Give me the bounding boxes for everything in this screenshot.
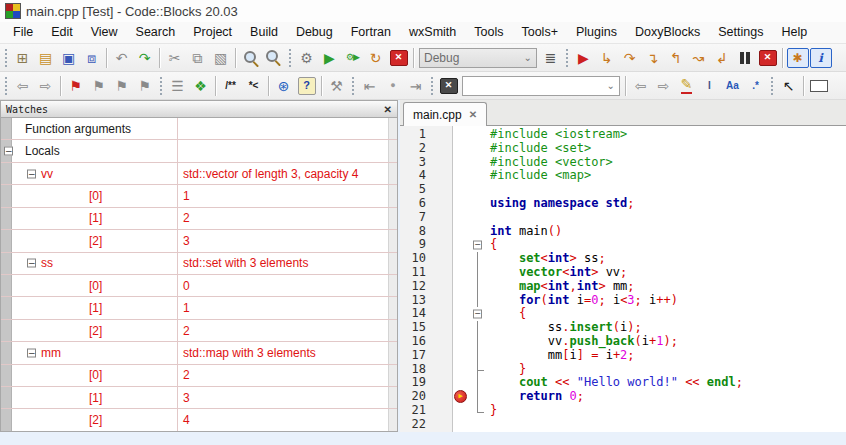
watch-row[interactable]: −Locals — [1, 140, 397, 162]
jump-forward-button[interactable]: ⇥ — [404, 74, 427, 98]
breakpoint-margin[interactable] — [452, 376, 470, 390]
pointer-tool-button[interactable]: ↖ — [777, 74, 800, 98]
save-all-button[interactable]: ⧈ — [80, 46, 103, 70]
comment-line-button[interactable]: *< — [242, 74, 265, 98]
breakpoint-margin[interactable] — [452, 142, 470, 156]
menu-view[interactable]: View — [82, 22, 127, 44]
rebuild-button[interactable]: ↻ — [364, 46, 387, 70]
menu-fortran[interactable]: Fortran — [342, 22, 400, 44]
breakpoint-margin[interactable] — [452, 252, 470, 266]
toolbar-grip[interactable] — [5, 77, 7, 95]
clear-bookmarks-button[interactable]: ⚑ — [133, 74, 156, 98]
menu-build[interactable]: Build — [241, 22, 287, 44]
abort-build-button[interactable]: ✕ — [387, 46, 410, 70]
step-into-instruction-button[interactable]: ↲ — [710, 46, 733, 70]
new-file-button[interactable]: ⊞ — [11, 46, 34, 70]
redo-button[interactable]: ↷ — [133, 46, 156, 70]
tab-main-cpp[interactable]: main.cpp ✕ — [403, 102, 487, 126]
incsearch-next-button[interactable]: ⇨ — [652, 74, 675, 98]
breakpoint-margin[interactable] — [452, 197, 470, 211]
browse-forward-button[interactable]: ⇨ — [34, 74, 57, 98]
incsearch-prev-button[interactable]: ⇦ — [629, 74, 652, 98]
watch-expander-icon[interactable]: − — [27, 348, 36, 357]
debugging-windows-button[interactable]: ✱ — [786, 46, 809, 70]
watch-expander-icon[interactable]: − — [4, 147, 13, 156]
open-file-button[interactable]: ▤ — [34, 46, 57, 70]
breakpoint-margin[interactable] — [452, 280, 470, 294]
fold-collapse-icon[interactable] — [470, 307, 486, 321]
menu-project[interactable]: Project — [184, 22, 241, 44]
comment-block-button[interactable]: /** — [219, 74, 242, 98]
paste-button[interactable]: ▧ — [209, 46, 232, 70]
doxyblocks-extract-button[interactable]: ☰ — [166, 74, 189, 98]
breakpoint-margin[interactable] — [452, 404, 470, 418]
watch-row[interactable]: −vvstd::vector of length 3, capacity 4 — [1, 163, 397, 185]
jump-marker-button[interactable]: ● — [381, 74, 404, 98]
menu-help[interactable]: Help — [772, 22, 816, 44]
watch-row[interactable]: [0]0 — [1, 275, 397, 297]
copy-button[interactable]: ⧉ — [186, 46, 209, 70]
watch-expander-icon[interactable]: − — [27, 259, 36, 268]
menu-doxyblocks[interactable]: DoxyBlocks — [626, 22, 709, 44]
breakpoint-margin[interactable]: ▶ — [452, 390, 470, 404]
cut-button[interactable]: ✂ — [163, 46, 186, 70]
menu-plugins[interactable]: Plugins — [567, 22, 626, 44]
breakpoint-margin[interactable] — [452, 211, 470, 225]
doxyblocks-help-button[interactable]: ? — [295, 74, 318, 98]
save-button[interactable]: ▣ — [57, 46, 80, 70]
menu-tools[interactable]: Tools+ — [512, 22, 566, 44]
watch-row[interactable]: −ssstd::set with 3 elements — [1, 253, 397, 275]
target-options-button[interactable]: ≣ — [539, 46, 562, 70]
various-info-button[interactable]: i — [809, 46, 832, 70]
next-bookmark-button[interactable]: ⚑ — [110, 74, 133, 98]
toolbar-grip[interactable] — [771, 77, 773, 95]
build-and-run-button[interactable]: ⚙▶ — [341, 46, 364, 70]
debug-continue-button[interactable]: ▶ — [572, 46, 595, 70]
highlight-occurrences-button[interactable]: ✎ — [675, 74, 698, 98]
breakpoint-margin[interactable] — [452, 183, 470, 197]
replace-button[interactable]: R — [262, 46, 285, 70]
undo-button[interactable]: ↶ — [110, 46, 133, 70]
browse-back-button[interactable]: ⇦ — [11, 74, 34, 98]
watch-expander-icon[interactable]: − — [27, 169, 36, 178]
selected-text-only-button[interactable]: I — [698, 74, 721, 98]
menu-wxsmith[interactable]: wxSmith — [400, 22, 465, 44]
toolbar-grip[interactable] — [566, 49, 568, 67]
prev-bookmark-button[interactable]: ⚑ — [87, 74, 110, 98]
watch-row[interactable]: [1]1 — [1, 297, 397, 319]
breakpoint-margin[interactable] — [452, 307, 470, 321]
settings-wrench-button[interactable]: ⚒ — [325, 74, 348, 98]
watch-row[interactable]: [1]3 — [1, 387, 397, 409]
run-to-cursor-button[interactable]: ↳ — [595, 46, 618, 70]
breakpoint-margin[interactable] — [452, 349, 470, 363]
watch-row[interactable]: Function arguments — [1, 118, 397, 140]
toolbar-grip[interactable] — [289, 49, 291, 67]
use-regex-button[interactable]: .* — [744, 74, 767, 98]
menu-tools[interactable]: Tools — [465, 22, 512, 44]
doxyblocks-wizard-button[interactable]: ❖ — [189, 74, 212, 98]
menu-settings[interactable]: Settings — [709, 22, 772, 44]
watch-row[interactable]: [0]1 — [1, 185, 397, 207]
run-html-button[interactable]: ⊛ — [272, 74, 295, 98]
breakpoint-margin[interactable] — [452, 225, 470, 239]
breakpoint-margin[interactable] — [452, 335, 470, 349]
breakpoint-margin[interactable] — [452, 321, 470, 335]
watch-row[interactable]: [0]2 — [1, 365, 397, 387]
breakpoint-margin[interactable] — [452, 294, 470, 308]
break-debugger-button[interactable] — [733, 46, 756, 70]
widget-tool-button[interactable] — [807, 74, 830, 98]
code-editor[interactable]: 1#include <iostream>2#include <set>3#inc… — [400, 126, 846, 432]
stop-debugger-button[interactable]: ✕ — [756, 46, 779, 70]
menu-debug[interactable]: Debug — [287, 22, 342, 44]
menu-file[interactable]: File — [4, 22, 42, 44]
menu-search[interactable]: Search — [127, 22, 185, 44]
watch-row[interactable]: [2]3 — [1, 230, 397, 252]
watch-row[interactable]: [2]2 — [1, 320, 397, 342]
find-button[interactable] — [239, 46, 262, 70]
breakpoint-margin[interactable] — [452, 128, 470, 142]
toolbar-grip[interactable] — [352, 77, 354, 95]
watch-row[interactable]: [2]4 — [1, 409, 397, 431]
match-case-button[interactable]: Aa — [721, 74, 744, 98]
watches-close-icon[interactable]: ✕ — [384, 104, 392, 115]
toggle-bookmark-button[interactable]: ⚑ — [64, 74, 87, 98]
